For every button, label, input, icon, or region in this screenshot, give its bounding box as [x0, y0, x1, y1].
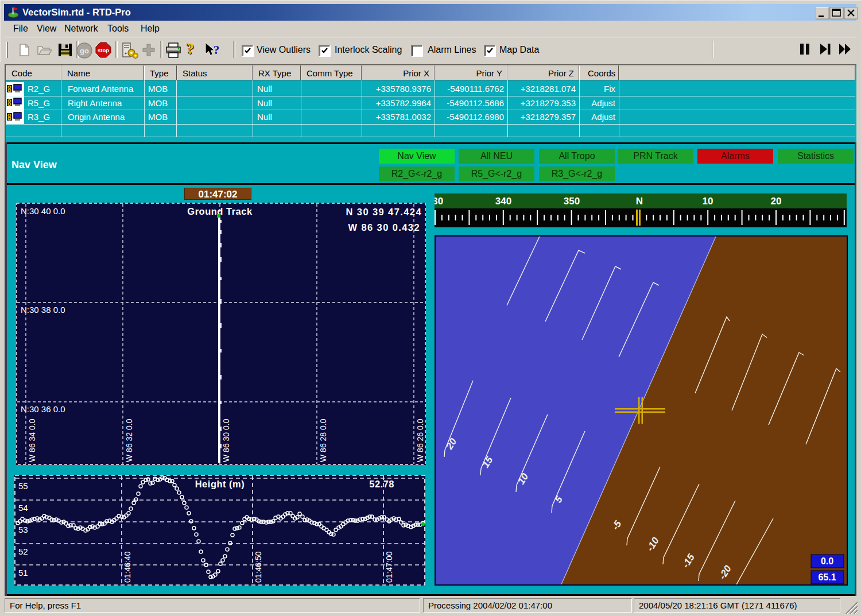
svg-text:W 86 34 0.0: W 86 34 0.0 [28, 419, 37, 462]
svg-text:52: 52 [18, 547, 28, 556]
svg-text:52.78: 52.78 [369, 479, 394, 489]
svg-text:10: 10 [703, 196, 713, 207]
svg-text:55: 55 [18, 481, 28, 491]
svg-text:N 30 39 47.424: N 30 39 47.424 [346, 207, 422, 217]
svg-text:go: go [80, 47, 89, 55]
svg-text:W 86 30 0.0: W 86 30 0.0 [222, 419, 231, 462]
svg-text:W 86 30 0.432: W 86 30 0.432 [348, 222, 420, 233]
svg-text:Height (m): Height (m) [195, 479, 245, 489]
svg-text:W 86 28 0.0: W 86 28 0.0 [319, 419, 328, 462]
svg-text:01:46:50: 01:46:50 [254, 551, 263, 583]
svg-text:01:47:00: 01:47:00 [385, 551, 394, 583]
svg-text:20: 20 [771, 196, 782, 207]
svg-text:330: 330 [435, 196, 443, 207]
svg-text:53: 53 [18, 525, 28, 534]
svg-text:N:30 36 0.0: N:30 36 0.0 [21, 404, 65, 414]
svg-text:?: ? [214, 42, 220, 57]
svg-text:stop: stop [98, 47, 109, 53]
svg-text:N:30 38 0.0: N:30 38 0.0 [21, 305, 65, 315]
svg-text:W 86 26 0.0: W 86 26 0.0 [416, 419, 425, 462]
svg-text:340: 340 [495, 196, 511, 207]
svg-text:54: 54 [18, 503, 28, 513]
svg-text:N:30 40 0.0: N:30 40 0.0 [21, 206, 65, 216]
svg-text:01:46:40: 01:46:40 [123, 551, 132, 583]
svg-text:51: 51 [18, 568, 28, 578]
svg-text:W 86 32 0.0: W 86 32 0.0 [125, 419, 134, 462]
svg-text:0.0: 0.0 [821, 556, 833, 566]
svg-text:65.1: 65.1 [818, 572, 836, 582]
svg-text:350: 350 [564, 196, 580, 207]
svg-text:N: N [636, 196, 643, 207]
